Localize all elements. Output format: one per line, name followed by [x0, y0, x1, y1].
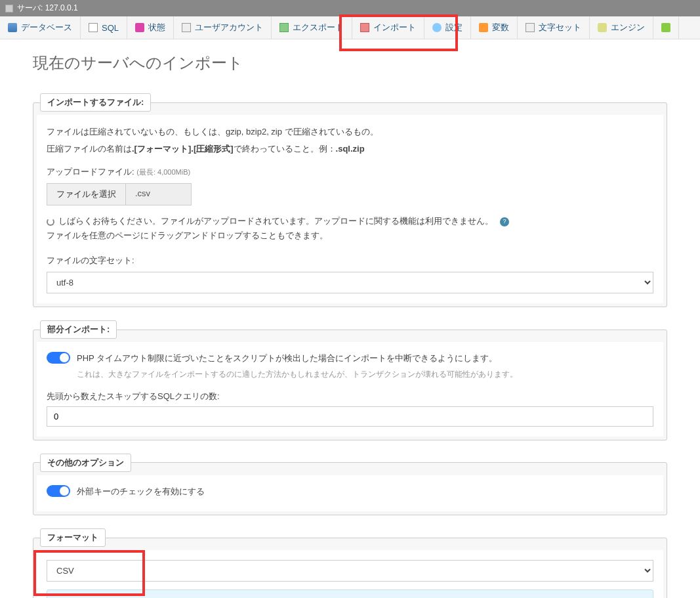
tab-import[interactable]: インポート [352, 16, 424, 39]
partial-legend: 部分インポート: [40, 320, 117, 339]
charset-icon [525, 23, 535, 32]
choose-file-button[interactable]: ファイルを選択 [47, 183, 126, 205]
charset-label: ファイルの文字セット: [47, 255, 653, 267]
upload-label: アップロードファイル: (最長: 4,000MiB) [47, 166, 653, 178]
file-desc-1: ファイルは圧縮されていないもの、もしくは、gzip, bzip2, zip で圧… [47, 125, 653, 139]
tab-database[interactable]: データベース [0, 16, 81, 39]
server-label: サーバ: 127.0.0.1 [17, 3, 78, 14]
settings-icon [432, 23, 442, 32]
format-legend: フォーマット [40, 528, 106, 547]
other-options-section: その他のオプション 外部キーのチェックを有効にする [33, 454, 667, 516]
file-legend: インポートするファイル: [40, 93, 151, 112]
partial-import-section: 部分インポート: PHP タイムアウト制限に近づいたことをスクリプトが検出した場… [33, 320, 667, 440]
engine-icon [598, 23, 607, 32]
import-icon [360, 23, 369, 32]
tab-export[interactable]: エクスポート [272, 16, 352, 39]
skip-input[interactable] [47, 406, 653, 427]
users-icon [182, 23, 191, 32]
export-icon [279, 23, 289, 32]
server-icon [5, 5, 13, 12]
format-select[interactable]: CSV [47, 560, 653, 582]
format-section: フォーマット CSV 注意：ファイルに複数のテーブルが含まれている場合、それらは… [33, 528, 667, 598]
status-icon [135, 23, 144, 32]
other-legend: その他のオプション [40, 454, 131, 472]
page-title: 現在のサーバへのインポート [33, 53, 667, 74]
uploading-message: しばらくお待ちください。ファイルがアップロードされています。アップロードに関する… [47, 215, 653, 228]
timeout-toggle[interactable] [47, 352, 70, 364]
dragdrop-message: ファイルを任意のページにドラッグアンドドロップすることもできます。 [47, 228, 653, 243]
tab-more[interactable] [653, 16, 679, 39]
fk-check-label: 外部キーのチェックを有効にする [77, 485, 653, 498]
database-icon [8, 23, 17, 32]
skip-label: 先頭から数えたスキップするSQLクエリの数: [47, 391, 653, 402]
charset-select[interactable]: utf-8 [47, 272, 653, 293]
timeout-toggle-label: PHP タイムアウト制限に近づいたことをスクリプトが検出した場合にインポートを中… [77, 352, 653, 365]
main-tabs: データベース SQL 状態 ユーザアカウント エクスポート インポート 設定 変… [0, 16, 700, 39]
file-desc-2: 圧縮ファイルの名前は.[フォーマット].[圧縮形式]で終わっていること。例：.s… [47, 142, 653, 156]
spinner-icon [47, 218, 54, 226]
chosen-file-name: .csv [126, 183, 192, 205]
variables-icon [479, 23, 488, 32]
tab-variables[interactable]: 変数 [471, 16, 518, 39]
more-icon [661, 23, 670, 32]
tab-status[interactable]: 状態 [127, 16, 174, 39]
fk-check-toggle[interactable] [47, 485, 70, 497]
help-icon[interactable]: ? [500, 217, 509, 226]
tab-settings[interactable]: 設定 [424, 16, 471, 39]
tab-engine[interactable]: エンジン [590, 16, 653, 39]
sql-icon [89, 23, 98, 32]
timeout-toggle-hint: これは、大きなファイルをインポートするのに適した方法かもしれませんが、トランザク… [77, 369, 653, 380]
file-section: インポートするファイル: ファイルは圧縮されていないもの、もしくは、gzip, … [33, 93, 667, 307]
format-notice: 注意：ファイルに複数のテーブルが含まれている場合、それらは１つに統合されます。 [47, 589, 653, 598]
server-bar: サーバ: 127.0.0.1 [0, 0, 700, 16]
tab-sql[interactable]: SQL [81, 16, 127, 39]
tab-charset[interactable]: 文字セット [518, 16, 590, 39]
tab-users[interactable]: ユーザアカウント [174, 16, 272, 39]
